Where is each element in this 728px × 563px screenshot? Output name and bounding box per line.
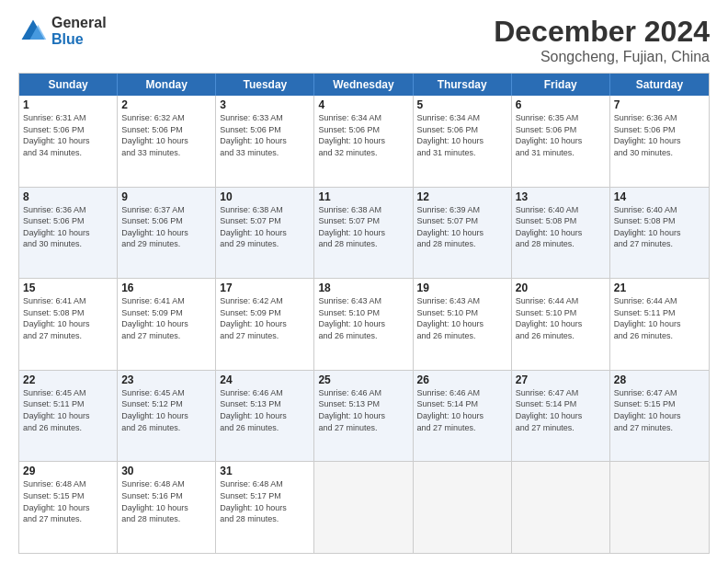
day-cell-7: 7Sunrise: 6:36 AMSunset: 5:06 PMDaylight… [610,96,709,187]
day-number: 19 [417,282,507,294]
cell-text: Sunrise: 6:48 AMSunset: 5:16 PMDaylight:… [121,478,211,524]
weekday-header-saturday: Saturday [610,74,709,96]
empty-cell [314,462,413,553]
calendar-row-2: 15Sunrise: 6:41 AMSunset: 5:08 PMDayligh… [19,278,709,370]
cell-text: Sunrise: 6:43 AMSunset: 5:10 PMDaylight:… [318,295,408,341]
day-cell-5: 5Sunrise: 6:34 AMSunset: 5:06 PMDaylight… [414,96,512,187]
page: General Blue December 2024 Songcheng, Fu… [0,0,728,563]
day-cell-14: 14Sunrise: 6:40 AMSunset: 5:08 PMDayligh… [610,188,709,279]
header: General Blue December 2024 Songcheng, Fu… [18,15,710,65]
logo-icon [18,17,48,46]
cell-text: Sunrise: 6:45 AMSunset: 5:12 PMDaylight:… [121,387,211,433]
day-number: 13 [516,190,606,203]
calendar-row-3: 22Sunrise: 6:45 AMSunset: 5:11 PMDayligh… [19,370,709,462]
logo-blue-text: Blue [51,31,107,48]
calendar-row-1: 8Sunrise: 6:36 AMSunset: 5:06 PMDaylight… [19,187,709,279]
cell-text: Sunrise: 6:48 AMSunset: 5:15 PMDaylight:… [23,478,113,524]
day-cell-16: 16Sunrise: 6:41 AMSunset: 5:09 PMDayligh… [118,279,216,370]
logo-text: General Blue [51,15,107,47]
cell-text: Sunrise: 6:34 AMSunset: 5:06 PMDaylight:… [417,112,507,158]
day-cell-23: 23Sunrise: 6:45 AMSunset: 5:12 PMDayligh… [118,371,216,462]
weekday-header-sunday: Sunday [19,74,118,96]
day-number: 21 [614,282,705,294]
day-number: 23 [121,373,211,386]
day-cell-3: 3Sunrise: 6:33 AMSunset: 5:06 PMDaylight… [216,96,314,187]
day-number: 18 [318,282,408,294]
cell-text: Sunrise: 6:37 AMSunset: 5:06 PMDaylight:… [121,204,211,250]
day-cell-15: 15Sunrise: 6:41 AMSunset: 5:08 PMDayligh… [19,279,118,370]
day-cell-18: 18Sunrise: 6:43 AMSunset: 5:10 PMDayligh… [314,279,413,370]
cell-text: Sunrise: 6:35 AMSunset: 5:06 PMDaylight:… [516,112,606,158]
cell-text: Sunrise: 6:48 AMSunset: 5:17 PMDaylight:… [220,478,310,524]
day-number: 15 [23,282,113,294]
day-number: 1 [23,98,113,111]
cell-text: Sunrise: 6:36 AMSunset: 5:06 PMDaylight:… [23,204,113,250]
day-cell-21: 21Sunrise: 6:44 AMSunset: 5:11 PMDayligh… [610,279,709,370]
day-cell-9: 9Sunrise: 6:37 AMSunset: 5:06 PMDaylight… [118,188,216,279]
day-number: 26 [417,373,507,386]
day-number: 17 [220,282,310,294]
cell-text: Sunrise: 6:44 AMSunset: 5:11 PMDaylight:… [614,295,705,341]
cell-text: Sunrise: 6:46 AMSunset: 5:13 PMDaylight:… [220,387,310,433]
day-number: 29 [23,465,113,477]
day-cell-30: 30Sunrise: 6:48 AMSunset: 5:16 PMDayligh… [118,462,216,553]
calendar-row-4: 29Sunrise: 6:48 AMSunset: 5:15 PMDayligh… [19,461,709,553]
weekday-header-wednesday: Wednesday [314,74,413,96]
empty-cell [512,462,610,553]
logo: General Blue [18,15,107,47]
logo-general-text: General [51,15,107,31]
day-number: 8 [23,190,113,203]
day-number: 30 [121,465,211,477]
day-number: 7 [614,98,705,111]
day-cell-12: 12Sunrise: 6:39 AMSunset: 5:07 PMDayligh… [414,188,512,279]
title-section: December 2024 Songcheng, Fujian, China [494,15,710,65]
day-number: 12 [417,190,507,203]
day-number: 14 [614,190,705,203]
calendar-header-row: SundayMondayTuesdayWednesdayThursdayFrid… [19,74,709,96]
cell-text: Sunrise: 6:42 AMSunset: 5:09 PMDaylight:… [220,295,310,341]
day-number: 11 [318,190,408,203]
cell-text: Sunrise: 6:32 AMSunset: 5:06 PMDaylight:… [121,112,211,158]
day-cell-27: 27Sunrise: 6:47 AMSunset: 5:14 PMDayligh… [512,371,610,462]
cell-text: Sunrise: 6:43 AMSunset: 5:10 PMDaylight:… [417,295,507,341]
day-number: 10 [220,190,310,203]
day-cell-2: 2Sunrise: 6:32 AMSunset: 5:06 PMDaylight… [118,96,216,187]
cell-text: Sunrise: 6:45 AMSunset: 5:11 PMDaylight:… [23,387,113,433]
day-cell-13: 13Sunrise: 6:40 AMSunset: 5:08 PMDayligh… [512,188,610,279]
calendar-title: December 2024 [494,15,710,49]
cell-text: Sunrise: 6:47 AMSunset: 5:15 PMDaylight:… [614,387,705,433]
cell-text: Sunrise: 6:41 AMSunset: 5:08 PMDaylight:… [23,295,113,341]
day-cell-20: 20Sunrise: 6:44 AMSunset: 5:10 PMDayligh… [512,279,610,370]
day-cell-26: 26Sunrise: 6:46 AMSunset: 5:14 PMDayligh… [414,371,512,462]
cell-text: Sunrise: 6:33 AMSunset: 5:06 PMDaylight:… [220,112,310,158]
cell-text: Sunrise: 6:36 AMSunset: 5:06 PMDaylight:… [614,112,705,158]
cell-text: Sunrise: 6:40 AMSunset: 5:08 PMDaylight:… [516,204,606,250]
day-cell-8: 8Sunrise: 6:36 AMSunset: 5:06 PMDaylight… [19,188,118,279]
day-number: 28 [614,373,705,386]
day-cell-31: 31Sunrise: 6:48 AMSunset: 5:17 PMDayligh… [216,462,314,553]
day-cell-17: 17Sunrise: 6:42 AMSunset: 5:09 PMDayligh… [216,279,314,370]
day-number: 3 [220,98,310,111]
day-cell-11: 11Sunrise: 6:38 AMSunset: 5:07 PMDayligh… [314,188,413,279]
cell-text: Sunrise: 6:40 AMSunset: 5:08 PMDaylight:… [614,204,705,250]
empty-cell [610,462,709,553]
day-number: 6 [516,98,606,111]
cell-text: Sunrise: 6:46 AMSunset: 5:14 PMDaylight:… [417,387,507,433]
day-number: 2 [121,98,211,111]
cell-text: Sunrise: 6:39 AMSunset: 5:07 PMDaylight:… [417,204,507,250]
weekday-header-monday: Monday [118,74,216,96]
calendar-subtitle: Songcheng, Fujian, China [494,49,710,65]
day-cell-19: 19Sunrise: 6:43 AMSunset: 5:10 PMDayligh… [414,279,512,370]
day-cell-25: 25Sunrise: 6:46 AMSunset: 5:13 PMDayligh… [314,371,413,462]
empty-cell [414,462,512,553]
day-cell-24: 24Sunrise: 6:46 AMSunset: 5:13 PMDayligh… [216,371,314,462]
day-number: 27 [516,373,606,386]
cell-text: Sunrise: 6:34 AMSunset: 5:06 PMDaylight:… [318,112,408,158]
cell-text: Sunrise: 6:46 AMSunset: 5:13 PMDaylight:… [318,387,408,433]
calendar: SundayMondayTuesdayWednesdayThursdayFrid… [18,73,710,554]
day-number: 20 [516,282,606,294]
day-cell-1: 1Sunrise: 6:31 AMSunset: 5:06 PMDaylight… [19,96,118,187]
day-cell-6: 6Sunrise: 6:35 AMSunset: 5:06 PMDaylight… [512,96,610,187]
cell-text: Sunrise: 6:31 AMSunset: 5:06 PMDaylight:… [23,112,113,158]
day-number: 24 [220,373,310,386]
